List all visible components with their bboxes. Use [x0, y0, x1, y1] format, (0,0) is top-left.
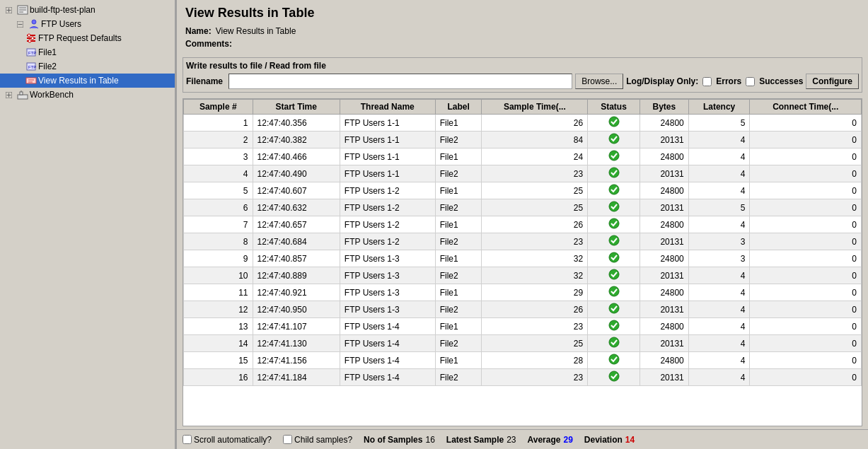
table-row: 7 12:47:40.657 FTP Users 1-2 File1 26 24…	[184, 216, 862, 233]
comments-label: Comments:	[185, 39, 232, 49]
cell-sample: 15	[184, 352, 253, 369]
average-label: Average	[528, 435, 561, 445]
cell-label: File1	[435, 115, 482, 132]
cell-status	[588, 233, 640, 250]
svg-point-38	[609, 269, 619, 279]
cell-sample-time: 25	[482, 199, 588, 216]
svg-rect-26	[18, 95, 28, 99]
cell-connect: 0	[750, 369, 862, 386]
cell-label: File1	[435, 182, 482, 199]
cell-thread: FTP Users 1-3	[340, 284, 435, 301]
cell-sample-time: 29	[482, 284, 588, 301]
cell-thread: FTP Users 1-1	[340, 132, 435, 148]
file-section-title: Write results to file / Read from file	[186, 61, 859, 71]
table-row: 8 12:47:40.684 FTP Users 1-2 File2 23 20…	[184, 233, 862, 250]
cell-bytes: 24800	[640, 148, 688, 165]
cell-thread: FTP Users 1-4	[340, 352, 435, 369]
cell-sample: 13	[184, 318, 253, 335]
cell-latency: 4	[688, 267, 750, 284]
cell-bytes: 20131	[640, 233, 688, 250]
cell-status	[588, 335, 640, 352]
cell-latency: 5	[688, 115, 750, 132]
table-row: 13 12:47:41.107 FTP Users 1-4 File1 23 2…	[184, 318, 862, 335]
ok-icon	[608, 269, 620, 280]
cell-sample: 9	[184, 250, 253, 267]
cell-sample-time: 25	[482, 335, 588, 352]
cell-bytes: 24800	[640, 182, 688, 199]
scroll-auto-checkbox[interactable]	[183, 435, 192, 444]
cell-latency: 5	[688, 199, 750, 216]
no-of-samples-label: No of Samples	[364, 435, 422, 445]
sidebar-item-file2[interactable]: FTP File2	[0, 59, 175, 74]
ok-icon	[608, 371, 620, 382]
svg-text:FTP: FTP	[28, 65, 36, 69]
deviation: Deviation 14	[584, 435, 635, 445]
successes-checkbox[interactable]	[746, 77, 755, 86]
cell-sample: 14	[184, 335, 253, 352]
svg-point-13	[28, 34, 30, 37]
sidebar-item-label: File1	[38, 47, 57, 57]
cell-thread: FTP Users 1-1	[340, 148, 435, 165]
cell-connect: 0	[750, 148, 862, 165]
sidebar-item-label: build-ftp-test-plan	[30, 5, 96, 15]
sidebar-item-view-results[interactable]: View Results in Table	[0, 74, 175, 88]
cell-sample-time: 26	[482, 301, 588, 318]
cell-start-time: 12:47:41.156	[253, 352, 340, 369]
sidebar-item-ftp-defaults[interactable]: FTP Request Defaults	[0, 31, 175, 45]
col-start-time: Start Time	[253, 100, 340, 115]
cell-sample: 11	[184, 284, 253, 301]
cell-latency: 4	[688, 216, 750, 233]
cell-thread: FTP Users 1-2	[340, 182, 435, 199]
configure-button[interactable]: Configure	[806, 74, 859, 89]
cell-thread: FTP Users 1-3	[340, 267, 435, 284]
cell-bytes: 24800	[640, 284, 688, 301]
cell-bytes: 20131	[640, 132, 688, 148]
browse-button[interactable]: Browse...	[575, 74, 623, 89]
col-latency: Latency	[688, 100, 750, 115]
table-row: 11 12:47:40.921 FTP Users 1-3 File1 29 2…	[184, 284, 862, 301]
deviation-value: 14	[625, 435, 635, 445]
table-row: 10 12:47:40.889 FTP Users 1-3 File2 32 2…	[184, 267, 862, 284]
ok-icon	[608, 133, 620, 144]
cell-status	[588, 284, 640, 301]
file-section: Write results to file / Read from file F…	[183, 57, 862, 93]
cell-start-time: 12:47:40.607	[253, 182, 340, 199]
results-table: Sample # Start Time Thread Name Label Sa…	[183, 99, 862, 386]
filename-input[interactable]	[228, 74, 572, 89]
cell-sample: 12	[184, 301, 253, 318]
cell-latency: 3	[688, 233, 750, 250]
cell-label: File2	[435, 165, 482, 182]
plan-icon	[17, 4, 28, 16]
sidebar-item-file1[interactable]: FTP File1	[0, 45, 175, 59]
cell-bytes: 20131	[640, 199, 688, 216]
cell-sample-time: 28	[482, 352, 588, 369]
cell-start-time: 12:47:40.684	[253, 233, 340, 250]
svg-point-35	[609, 218, 619, 228]
cell-sample-time: 24	[482, 148, 588, 165]
cell-latency: 4	[688, 165, 750, 182]
name-value: View Results in Table	[216, 26, 296, 36]
thread-group-icon	[28, 18, 40, 30]
errors-checkbox[interactable]	[702, 77, 712, 86]
results-table-container: Sample # Start Time Thread Name Label Sa…	[183, 98, 862, 426]
latest-sample: Latest Sample 23	[446, 435, 516, 445]
cell-label: File1	[435, 352, 482, 369]
col-thread-name: Thread Name	[340, 100, 435, 115]
cell-latency: 4	[688, 318, 750, 335]
cell-connect: 0	[750, 335, 862, 352]
cell-label: File1	[435, 216, 482, 233]
deviation-label: Deviation	[584, 435, 623, 445]
no-of-samples: No of Samples 16	[364, 435, 435, 445]
cell-status	[588, 182, 640, 199]
sidebar-item-build-ftp[interactable]: build-ftp-test-plan	[0, 3, 175, 17]
name-label: Name:	[185, 26, 212, 36]
sidebar-item-ftp-users[interactable]: FTP Users	[0, 17, 175, 31]
cell-connect: 0	[750, 267, 862, 284]
cell-connect: 0	[750, 352, 862, 369]
cell-connect: 0	[750, 115, 862, 132]
svg-point-41	[609, 320, 619, 330]
cell-thread: FTP Users 1-4	[340, 335, 435, 352]
cell-connect: 0	[750, 318, 862, 335]
child-samples-checkbox[interactable]	[283, 435, 292, 444]
sidebar-item-workbench[interactable]: WorkBench	[0, 88, 175, 102]
